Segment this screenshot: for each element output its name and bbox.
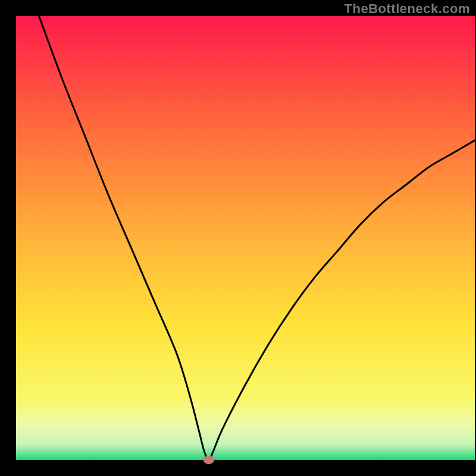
plot-background: [16, 16, 475, 460]
bottleneck-chart: [0, 0, 476, 476]
watermark-text: TheBottleneck.com: [345, 1, 470, 17]
optimal-point-marker: [203, 456, 214, 464]
chart-container: TheBottleneck.com: [0, 0, 476, 476]
